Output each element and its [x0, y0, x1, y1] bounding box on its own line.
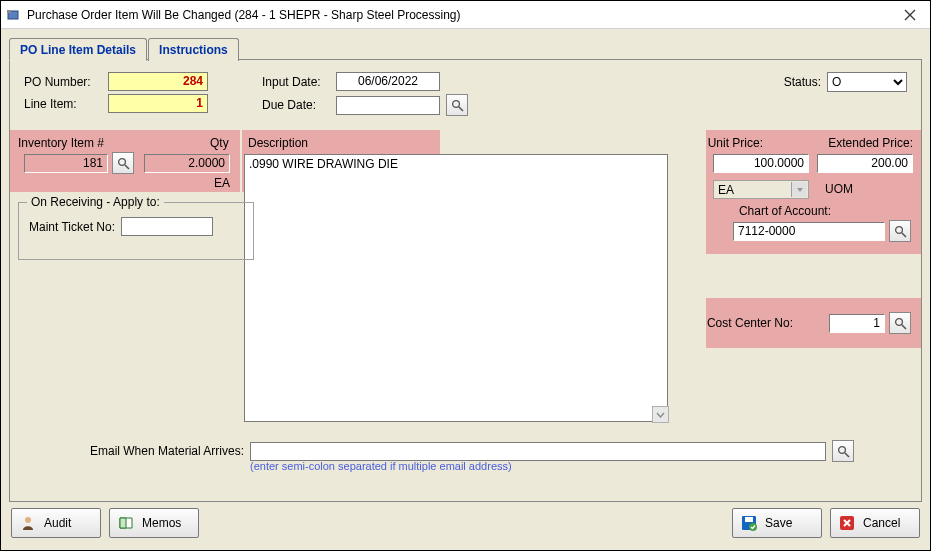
on-receiving-group: On Receiving - Apply to: Maint Ticket No…: [18, 202, 254, 260]
due-date-input[interactable]: [336, 96, 440, 115]
coa-label: Chart of Account:: [739, 204, 831, 218]
email-input[interactable]: [250, 442, 826, 461]
po-number-value: 284: [108, 72, 208, 91]
memos-label: Memos: [142, 516, 181, 530]
tab-instructions[interactable]: Instructions: [148, 38, 239, 61]
close-button[interactable]: [894, 4, 926, 26]
status-select[interactable]: O: [827, 72, 907, 92]
unit-price-value[interactable]: 100.0000: [713, 154, 809, 173]
svg-line-5: [125, 165, 129, 169]
svg-point-6: [895, 226, 902, 233]
maint-ticket-input[interactable]: [121, 217, 213, 236]
window-body: PO Line Item Details Instructions PO Num…: [1, 29, 930, 550]
save-icon: [739, 513, 759, 533]
tab-po-line-item-details[interactable]: PO Line Item Details: [9, 38, 147, 61]
cost-center-label: Cost Center No:: [707, 316, 793, 330]
cancel-label: Cancel: [863, 516, 900, 530]
cancel-icon: [837, 513, 857, 533]
footer: Audit Memos Save Cancel: [9, 502, 922, 544]
coa-lookup-button[interactable]: [889, 220, 911, 242]
svg-line-3: [459, 107, 463, 111]
cost-center-lookup-button[interactable]: [889, 312, 911, 334]
svg-point-4: [118, 158, 125, 165]
svg-rect-1: [7, 10, 11, 13]
svg-point-8: [895, 318, 902, 325]
on-receiving-legend: On Receiving - Apply to:: [27, 195, 164, 209]
row-due-date: Due Date:: [262, 94, 468, 116]
qty-uom: EA: [214, 176, 230, 190]
due-date-label: Due Date:: [262, 98, 330, 112]
po-number-label: PO Number:: [24, 75, 102, 89]
svg-line-9: [902, 325, 906, 329]
titlebar: Purchase Order Item Will Be Changed (284…: [1, 1, 930, 29]
ext-price-label: Extended Price:: [828, 136, 913, 150]
window-title: Purchase Order Item Will Be Changed (284…: [27, 8, 894, 22]
audit-button[interactable]: Audit: [11, 508, 101, 538]
app-icon: [5, 7, 21, 23]
cancel-button[interactable]: Cancel: [830, 508, 920, 538]
description-label: Description: [248, 136, 308, 150]
chevron-down-icon: [791, 182, 807, 197]
ext-price-value: 200.00: [817, 154, 913, 173]
uom-select: EA: [713, 180, 809, 199]
inventory-item-value[interactable]: 181: [24, 154, 108, 173]
coa-value[interactable]: 7112-0000: [733, 222, 885, 241]
line-item-value: 1: [108, 94, 208, 113]
tab-panel: PO Line Item Details Instructions PO Num…: [9, 59, 922, 502]
email-lookup-button[interactable]: [832, 440, 854, 462]
line-item-label: Line Item:: [24, 97, 102, 111]
audit-label: Audit: [44, 516, 71, 530]
cost-center-value[interactable]: 1: [829, 314, 885, 333]
tab-strip: PO Line Item Details Instructions: [9, 38, 240, 61]
uom-label: UOM: [825, 182, 853, 196]
description-textarea[interactable]: [244, 154, 668, 422]
svg-point-2: [452, 100, 459, 107]
inventory-item-lookup-button[interactable]: [112, 152, 134, 174]
svg-line-7: [902, 233, 906, 237]
memos-icon: [116, 513, 136, 533]
input-date-value: 06/06/2022: [336, 72, 440, 91]
row-input-date: Input Date: 06/06/2022: [262, 72, 440, 91]
save-button[interactable]: Save: [732, 508, 822, 538]
row-status: Status: O: [784, 72, 907, 92]
svg-rect-14: [745, 517, 753, 522]
inventory-item-label: Inventory Item #: [18, 136, 104, 150]
status-label: Status:: [784, 75, 821, 89]
maint-ticket-label: Maint Ticket No:: [29, 220, 115, 234]
window: Purchase Order Item Will Be Changed (284…: [0, 0, 931, 551]
due-date-lookup-button[interactable]: [446, 94, 468, 116]
qty-value[interactable]: 2.0000: [144, 154, 230, 173]
unit-price-label: Unit Price:: [708, 136, 763, 150]
panel-content: PO Number: 284 Line Item: 1 Input Date: …: [10, 60, 921, 501]
description-scroll-handle[interactable]: [652, 406, 669, 423]
uom-select-value: EA: [718, 183, 734, 197]
row-email: Email When Material Arrives:: [80, 440, 854, 462]
svg-point-12: [25, 517, 31, 523]
email-hint: (enter semi-colon separated if multiple …: [250, 460, 512, 472]
email-label: Email When Material Arrives:: [80, 444, 244, 458]
audit-icon: [18, 513, 38, 533]
save-label: Save: [765, 516, 792, 530]
svg-point-10: [838, 446, 845, 453]
row-line-item: Line Item: 1: [24, 94, 208, 113]
memos-button[interactable]: Memos: [109, 508, 199, 538]
input-date-label: Input Date:: [262, 75, 330, 89]
row-po-number: PO Number: 284: [24, 72, 208, 91]
svg-line-11: [845, 453, 849, 457]
qty-label: Qty: [210, 136, 229, 150]
